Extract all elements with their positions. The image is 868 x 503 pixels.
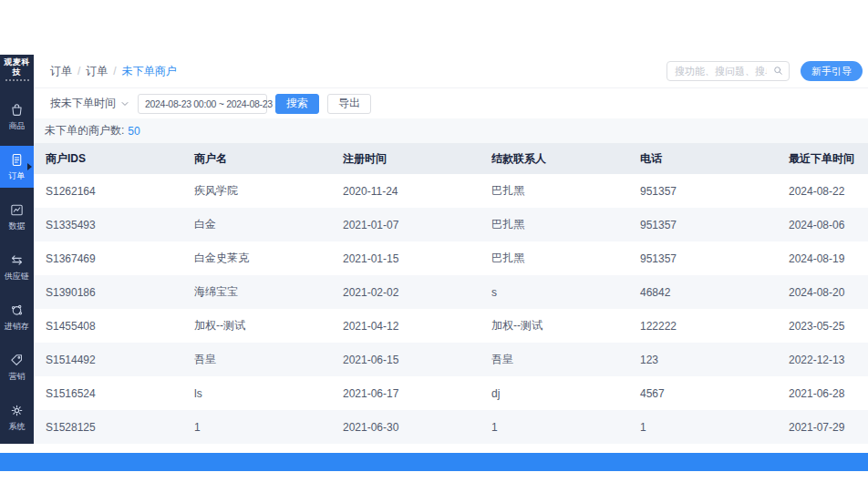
sidebar-item-label: 进销存 bbox=[5, 321, 29, 330]
app-window: 观麦科技 商品 订单 数据 bbox=[0, 55, 868, 444]
cell-merchant-id: S1516524 bbox=[34, 387, 182, 400]
cell-settlement-contact: 加权--测试 bbox=[480, 318, 628, 334]
cell-settlement-contact: 1 bbox=[480, 421, 628, 434]
newbie-guide-button[interactable]: 新手引导 bbox=[801, 61, 863, 81]
cell-settlement-contact: s bbox=[480, 286, 628, 299]
top-bar: 订单 / 订单 / 未下单商户 新手引导 bbox=[34, 55, 868, 88]
sidebar-item-goods[interactable]: 商品 bbox=[0, 96, 34, 138]
chevron-down-icon bbox=[120, 99, 129, 108]
cell-phone: 46842 bbox=[628, 286, 777, 299]
supply-chain-arrows-icon bbox=[9, 252, 25, 268]
sidebar-item-label: 订单 bbox=[8, 170, 25, 180]
summary-bar: 未下单的商户数: 50 bbox=[34, 118, 868, 143]
cell-merchant-name: 疾风学院 bbox=[182, 183, 331, 199]
cell-phone: 123 bbox=[628, 354, 777, 366]
time-type-select[interactable]: 按未下单时间 bbox=[50, 96, 129, 111]
sidebar-item-label: 系统 bbox=[8, 421, 25, 430]
sidebar-item-system[interactable]: 系统 bbox=[0, 396, 34, 438]
column-header-phone: 电话 bbox=[628, 151, 777, 167]
sidebar-item-supply-chain[interactable]: 供应链 bbox=[0, 246, 34, 288]
brand-logo: 观麦科技 bbox=[0, 57, 34, 81]
cell-merchant-name: 1 bbox=[182, 421, 331, 434]
cell-register-time: 2021-02-02 bbox=[331, 286, 480, 299]
sidebar-item-marketing[interactable]: 营销 bbox=[0, 346, 34, 388]
order-document-icon bbox=[9, 152, 25, 168]
cell-last-order-time: 2021-07-29 bbox=[777, 421, 868, 434]
cell-phone: 951357 bbox=[628, 252, 777, 265]
search-button[interactable]: 搜索 bbox=[275, 94, 319, 114]
sidebar-item-inventory[interactable]: 进销存 bbox=[0, 296, 34, 338]
column-header-register-time: 注册时间 bbox=[331, 151, 480, 167]
cell-merchant-id: S1514492 bbox=[34, 354, 182, 366]
cell-merchant-id: S1528125 bbox=[34, 421, 182, 434]
cell-last-order-time: 2023-05-25 bbox=[777, 320, 868, 333]
brand-logo-subtext bbox=[5, 79, 29, 81]
cell-merchant-id: S1367469 bbox=[34, 252, 182, 265]
cell-merchant-name: 吾皇 bbox=[182, 352, 331, 367]
goods-bag-icon bbox=[9, 102, 25, 118]
marketing-tag-icon bbox=[9, 353, 25, 368]
cell-last-order-time: 2024-08-06 bbox=[777, 219, 868, 231]
breadcrumb-item-orders[interactable]: 订单 bbox=[50, 64, 72, 79]
cell-merchant-name: ls bbox=[182, 387, 331, 400]
cell-register-time: 2021-06-15 bbox=[331, 354, 480, 366]
cell-merchant-id: S1335493 bbox=[34, 219, 182, 231]
cell-merchant-name: 白金史莱克 bbox=[182, 251, 331, 266]
data-chart-icon bbox=[9, 202, 25, 218]
global-search bbox=[666, 61, 790, 81]
cell-register-time: 2021-01-07 bbox=[331, 219, 480, 231]
sidebar-item-data[interactable]: 数据 bbox=[0, 196, 34, 238]
cell-register-time: 2021-06-17 bbox=[331, 387, 480, 400]
cell-settlement-contact: 巴扎黑 bbox=[480, 217, 628, 232]
breadcrumb-item-current[interactable]: 未下单商户 bbox=[122, 64, 177, 79]
sidebar-item-label: 营销 bbox=[8, 371, 25, 380]
global-search-input[interactable] bbox=[666, 61, 790, 81]
table-row: S1516524 ls 2021-06-17 dj 4567 2021-06-2… bbox=[34, 376, 868, 410]
cell-last-order-time: 2024-08-19 bbox=[777, 252, 868, 265]
date-range-input[interactable]: 2024-08-23 00:00 ~ 2024-08-23 24:00 bbox=[138, 94, 267, 114]
cell-merchant-id: S1390186 bbox=[34, 286, 182, 299]
cell-register-time: 2021-06-30 bbox=[331, 421, 480, 434]
cell-register-time: 2020-11-24 bbox=[331, 185, 480, 198]
column-header-merchant-id: 商户IDS bbox=[34, 151, 182, 167]
sidebar-item-orders[interactable]: 订单 bbox=[0, 146, 34, 188]
cell-last-order-time: 2024-08-20 bbox=[777, 286, 868, 299]
table-row: S1390186 海绵宝宝 2021-02-02 s 46842 2024-08… bbox=[34, 275, 868, 309]
cell-settlement-contact: dj bbox=[480, 387, 628, 400]
system-gear-icon bbox=[9, 403, 25, 418]
cell-phone: 122222 bbox=[628, 320, 777, 333]
summary-label: 未下单的商户数: bbox=[45, 123, 124, 139]
sidebar-item-label: 数据 bbox=[8, 221, 25, 230]
cell-merchant-name: 白金 bbox=[182, 217, 331, 232]
table-row: S1262164 疾风学院 2020-11-24 巴扎黑 951357 2024… bbox=[34, 174, 868, 208]
cell-settlement-contact: 巴扎黑 bbox=[480, 251, 628, 266]
column-header-last-order-time: 最近下单时间 bbox=[777, 151, 868, 167]
sidebar-item-label: 供应链 bbox=[5, 271, 29, 280]
main-content: 订单 / 订单 / 未下单商户 新手引导 按未下单时间 bbox=[34, 55, 868, 444]
export-button[interactable]: 导出 bbox=[327, 94, 371, 114]
brand-logo-text: 观麦科技 bbox=[4, 57, 30, 77]
breadcrumb-separator: / bbox=[113, 65, 116, 77]
cell-register-time: 2021-04-12 bbox=[331, 320, 480, 333]
table-row: S1528125 1 2021-06-30 1 1 2021-07-29 bbox=[34, 410, 868, 444]
cell-merchant-id: S1262164 bbox=[34, 185, 182, 198]
breadcrumb-item-orders-sub[interactable]: 订单 bbox=[86, 64, 108, 79]
search-icon[interactable] bbox=[772, 65, 784, 77]
table-row: S1514492 吾皇 2021-06-15 吾皇 123 2022-12-13 bbox=[34, 343, 868, 376]
table-row: S1455408 加权--测试 2021-04-12 加权--测试 122222… bbox=[34, 309, 868, 343]
cell-merchant-name: 海绵宝宝 bbox=[182, 284, 331, 300]
sidebar-item-label: 商品 bbox=[8, 120, 25, 129]
sidebar-menu: 商品 订单 数据 供应链 bbox=[0, 96, 34, 438]
cell-last-order-time: 2022-12-13 bbox=[777, 354, 868, 366]
breadcrumb-separator: / bbox=[78, 65, 80, 77]
cell-phone: 4567 bbox=[628, 387, 777, 400]
breadcrumb: 订单 / 订单 / 未下单商户 bbox=[50, 64, 177, 79]
time-type-label: 按未下单时间 bbox=[50, 96, 116, 111]
cell-settlement-contact: 巴扎黑 bbox=[480, 183, 628, 199]
cell-phone: 951357 bbox=[628, 185, 777, 198]
inventory-network-icon bbox=[9, 303, 25, 318]
table-header: 商户IDS 商户名 注册时间 结款联系人 电话 最近下单时间 bbox=[34, 143, 868, 174]
sidebar: 观麦科技 商品 订单 数据 bbox=[0, 55, 34, 444]
summary-count: 50 bbox=[128, 125, 140, 138]
bottom-bar bbox=[0, 453, 868, 471]
